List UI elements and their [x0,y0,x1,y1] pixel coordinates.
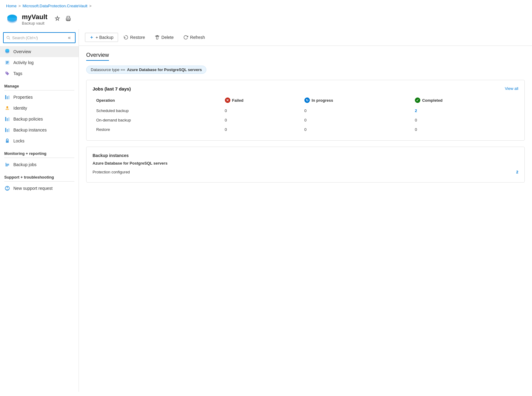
operation-col-header: Operation [93,96,221,106]
completed-cell: 0 [411,125,518,134]
tags-icon [4,70,10,77]
svg-point-14 [6,72,7,73]
backup-button[interactable]: + Backup [85,33,118,42]
manage-divider [4,90,74,90]
content-area: Overview Datasource type == Azure Databa… [79,46,532,195]
svg-rect-15 [5,95,6,99]
in-progress-cell: 0 [301,106,411,115]
search-input[interactable] [12,36,64,40]
table-row: On-demand backup 0 0 0 [93,115,518,125]
breadcrumb-home[interactable]: Home [6,4,17,8]
operation-cell: Restore [93,125,221,134]
breadcrumb-sep1: > [19,4,21,8]
identity-label: Identity [13,106,27,111]
jobs-card: Jobs (last 7 days) View all Operation ✕ … [86,80,525,141]
toolbar: + Backup Restore Delete Refresh [79,29,532,46]
collapse-button[interactable]: « [66,34,73,41]
in-progress-cell: 0 [301,115,411,125]
sidebar-item-properties[interactable]: Properties [0,92,79,103]
sidebar-item-backup-instances[interactable]: Backup instances [0,125,79,135]
overview-label: Overview [13,49,31,54]
restore-label: Restore [130,35,145,40]
view-all-link[interactable]: View all [505,86,518,91]
jobs-table-header-row: Operation ✕ Failed ↻ In progress [93,96,518,106]
monitoring-divider [4,158,74,158]
page-title: Overview [86,52,109,61]
filter-label: Datasource type == [91,67,125,72]
sidebar-item-overview[interactable]: Overview [0,46,79,57]
vault-name: myVault [22,13,47,21]
vault-title-group: myVault Backup vault [22,13,47,26]
backup-jobs-label: Backup jobs [13,162,36,167]
filter-chip[interactable]: Datasource type == Azure Database for Po… [86,66,206,74]
properties-label: Properties [13,95,33,100]
vault-subtitle: Backup vault [22,21,47,26]
sidebar-item-identity[interactable]: Identity [0,103,79,114]
backup-label: + Backup [96,35,114,40]
failed-cell: 0 [221,106,301,115]
sidebar-item-activity-log[interactable]: Activity log [0,57,79,68]
operation-cell: On-demand backup [93,115,221,125]
monitoring-section-header: Monitoring + reporting [0,148,79,157]
svg-line-6 [9,39,10,39]
search-box: « [3,32,76,43]
breadcrumb: Home > Microsoft.DataProtection.CreateVa… [0,0,532,11]
sidebar-item-backup-jobs[interactable]: Backup jobs [0,159,79,170]
activity-log-label: Activity log [13,60,34,65]
svg-rect-17 [8,96,9,99]
backup-instances-subsection: Azure Database for PostgreSQL servers [93,161,518,166]
breadcrumb-sep2: > [89,4,92,8]
print-button[interactable] [64,15,72,24]
in-progress-col-header: ↻ In progress [301,96,411,106]
plus-icon [90,35,94,39]
support-icon [4,185,10,191]
sidebar-item-new-support-request[interactable]: New support request [0,183,79,194]
svg-rect-21 [8,118,9,121]
backup-instances-label: Backup instances [13,128,47,132]
failed-icon: ✕ [225,97,230,103]
refresh-label: Refresh [190,35,205,40]
backup-row-value[interactable]: 2 [516,170,518,174]
restore-button[interactable]: Restore [119,33,149,42]
backup-instance-row: Protection configured 2 [93,168,518,176]
completed-col-header: ✓ Completed [411,96,518,106]
svg-point-9 [5,49,9,52]
svg-rect-16 [7,96,8,99]
sidebar-item-backup-policies[interactable]: Backup policies [0,114,79,125]
svg-rect-25 [6,141,9,143]
manage-section-header: Manage [0,81,79,90]
completed-cell: 0 [411,115,518,125]
jobs-card-header: Jobs (last 7 days) View all [93,86,518,91]
sidebar-item-tags[interactable]: Tags [0,68,79,79]
in-progress-icon: ↻ [304,97,310,103]
failed-cell: 0 [221,125,301,134]
svg-rect-24 [8,128,9,132]
breadcrumb-vault-path[interactable]: Microsoft.DataProtection.CreateVault [22,4,87,8]
svg-point-18 [6,106,8,108]
jobs-card-title: Jobs (last 7 days) [93,86,131,91]
activity-log-icon [4,60,10,66]
svg-point-31 [7,187,8,188]
failed-col-header: ✕ Failed [221,96,301,106]
delete-label: Delete [161,35,174,40]
locks-label: Locks [13,138,25,143]
completed-value-link[interactable]: 2 [415,108,417,113]
svg-rect-19 [5,117,6,121]
svg-rect-20 [7,118,8,121]
delete-button[interactable]: Delete [151,33,178,42]
table-row: Restore 0 0 0 [93,125,518,134]
header-icon-group [53,15,72,24]
refresh-button[interactable]: Refresh [179,33,209,42]
backup-instances-card-title: Backup instances [93,153,518,158]
sidebar-item-locks[interactable]: Locks [0,135,79,146]
pin-button[interactable] [53,15,61,24]
completed-icon: ✓ [415,97,420,103]
identity-icon [4,105,10,111]
delete-icon [155,35,160,40]
support-section-header: Support + troubleshooting [0,172,79,181]
refresh-icon [183,35,188,40]
restore-icon [124,35,128,40]
backup-instances-rows: Protection configured 2 [93,168,518,176]
svg-point-5 [7,36,9,39]
properties-icon [4,94,10,100]
